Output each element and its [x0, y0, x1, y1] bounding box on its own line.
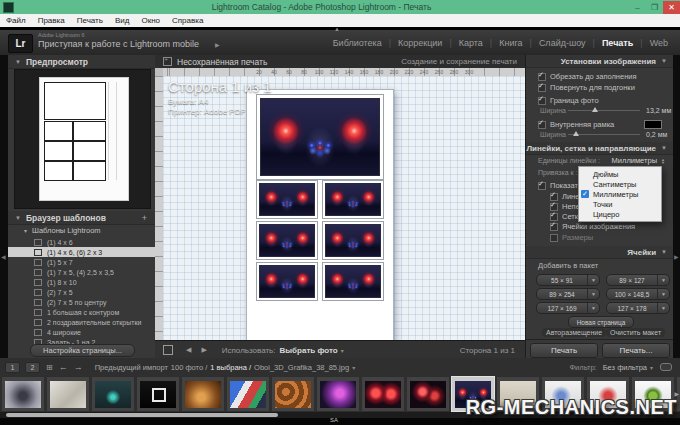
selected-filename[interactable]: Oboi_3D_Grafika_38_85.jpg — [254, 363, 349, 372]
chevron-down-icon[interactable]: ▼ — [657, 275, 669, 285]
add-template-button[interactable]: + — [142, 213, 147, 223]
new-page-button[interactable]: Новая страница — [568, 316, 634, 328]
filter-dropdown[interactable]: Без фильтра ▾ — [603, 363, 653, 372]
preview-section-header[interactable]: ▼ Предпросмотр — [8, 55, 155, 69]
cell-size-button[interactable]: 100 × 148,5▼ — [606, 288, 670, 300]
menu-edit[interactable]: Правка — [32, 16, 71, 25]
guides-dimensions-checkbox[interactable]: Размеры — [550, 233, 593, 242]
rulers-section-header[interactable]: Линейки, сетка и направляющие ▼ — [526, 142, 673, 155]
crop-to-fill-checkbox[interactable]: Обрезать до заполнения — [538, 72, 637, 81]
guides-toggle-icon[interactable] — [163, 345, 173, 355]
menu-print[interactable]: Печать — [71, 16, 109, 25]
main-window-button[interactable]: 1 — [5, 362, 20, 373]
menu-item-points[interactable]: Точки — [579, 199, 661, 209]
template-item[interactable]: 4 широкие — [8, 327, 155, 337]
cell-size-button[interactable]: 89 × 127▼ — [606, 274, 670, 286]
photo[interactable] — [325, 265, 381, 298]
photo-cell[interactable] — [256, 262, 318, 301]
checkbox-checked-icon[interactable] — [538, 73, 546, 81]
collapse-left-icon[interactable]: ◀ — [1, 253, 6, 260]
photo-cell-large[interactable] — [256, 94, 384, 180]
photo-cell[interactable] — [322, 221, 384, 260]
clear-layout-button[interactable]: Очистить макет — [606, 328, 665, 337]
template-item[interactable]: (2) 7 x 5 — [8, 287, 155, 297]
filmstrip-thumbnail[interactable] — [136, 376, 180, 412]
units-dropdown[interactable]: Миллиметры ▲▼ — [612, 156, 665, 165]
cell-size-button[interactable]: 89 × 254▼ — [536, 288, 600, 300]
module-print[interactable]: Печать — [586, 38, 634, 48]
minimize-button[interactable]: – — [629, 1, 646, 14]
cell-size-button[interactable]: 55 × 91▼ — [536, 274, 600, 286]
photo-border-checkbox[interactable]: Граница фото — [538, 96, 599, 105]
photo[interactable] — [325, 224, 381, 257]
template-folder[interactable]: ▾ Шаблоны Lightroom — [8, 226, 101, 235]
menu-window[interactable]: Окно — [135, 16, 166, 25]
back-arrow-icon[interactable]: ← — [59, 362, 68, 372]
template-item[interactable]: (1) 5 x 7 — [8, 257, 155, 267]
photo[interactable] — [259, 265, 315, 298]
previous-page-icon[interactable]: ◀ — [186, 346, 191, 354]
menu-item-centimeters[interactable]: Сантиметры — [579, 179, 661, 189]
stroke-color-swatch[interactable] — [644, 120, 662, 129]
cells-section-header[interactable]: Ячейки ▼ — [526, 246, 673, 259]
filmstrip-thumbnail[interactable] — [361, 376, 405, 412]
module-map[interactable]: Карта — [442, 38, 482, 48]
print-page[interactable] — [246, 89, 394, 340]
chevron-down-icon[interactable]: ▼ — [657, 289, 669, 299]
menu-view[interactable]: Вид — [109, 16, 135, 25]
slider-track[interactable] — [568, 134, 640, 135]
checkbox-checked-icon[interactable] — [550, 223, 558, 231]
slider-thumb[interactable] — [573, 131, 579, 136]
close-button[interactable]: ✕ — [663, 1, 680, 14]
template-item[interactable]: 2 поздравительные открытки — [8, 317, 155, 327]
guides-cells-checkbox[interactable]: Ячейки изображения — [550, 222, 635, 231]
image-settings-header[interactable]: Установки изображения ▼ — [526, 55, 673, 68]
filmstrip-thumbnail[interactable] — [271, 376, 315, 412]
filter-switch-icon[interactable] — [660, 363, 672, 371]
photo-border-width-slider[interactable]: Ширина 13,2 мм — [540, 107, 671, 114]
menu-help[interactable]: Справка — [166, 16, 209, 25]
next-page-icon[interactable]: ▶ — [201, 346, 206, 354]
collapse-right-icon[interactable]: ▶ — [674, 253, 679, 260]
module-web[interactable]: Web — [633, 38, 668, 48]
filmstrip-thumbnail[interactable] — [1, 376, 45, 412]
module-library[interactable]: Библиотека — [333, 38, 382, 48]
cell-size-button[interactable]: 127 × 169▼ — [536, 302, 600, 314]
chevron-down-icon[interactable]: ▾ — [352, 364, 355, 371]
template-browser-header[interactable]: ▼ Браузер шаблонов + — [8, 211, 155, 225]
right-panel-collapse-strip[interactable]: ▶ — [672, 55, 680, 358]
template-item[interactable]: (1) 7 x 5, (4) 2,5 x 3,5 — [8, 267, 155, 277]
module-book[interactable]: Книга — [483, 38, 523, 48]
photo-cell[interactable] — [256, 180, 318, 219]
menu-item-picas[interactable]: Цицеро — [579, 209, 661, 219]
checkbox-checked-icon[interactable] — [538, 121, 546, 129]
inner-stroke-width-slider[interactable]: Ширина 0,2 мм — [540, 131, 667, 138]
photo[interactable] — [325, 183, 381, 216]
photo-cell[interactable] — [322, 262, 384, 301]
slider-track[interactable] — [568, 110, 640, 111]
grid-view-icon[interactable]: ⊞ — [46, 363, 53, 372]
filmstrip-thumbnail[interactable] — [46, 376, 90, 412]
use-selector[interactable]: Выбрать фото — [280, 346, 338, 355]
filmstrip-thumbnail[interactable] — [181, 376, 225, 412]
filmstrip-thumbnail[interactable] — [316, 376, 360, 412]
checkbox-checked-icon[interactable] — [550, 213, 558, 221]
filmstrip-thumbnail[interactable] — [91, 376, 135, 412]
chevron-down-icon[interactable]: ▼ — [657, 303, 669, 313]
photo[interactable] — [259, 224, 315, 257]
template-item-selected[interactable]: (1) 4 x 6, (6) 2 x 3 — [8, 247, 155, 257]
left-panel-collapse-strip[interactable]: ◀ — [0, 55, 8, 358]
menu-file[interactable]: Файл — [0, 16, 32, 25]
checkbox-checked-icon[interactable] — [550, 193, 558, 201]
template-item[interactable]: (1) 4 x 6 — [8, 237, 155, 247]
module-slideshow[interactable]: Слайд-шоу — [523, 38, 586, 48]
page-setup-button[interactable]: Настройка страницы... — [30, 344, 135, 357]
checkbox-unchecked-icon[interactable] — [550, 234, 558, 242]
create-saved-print-button[interactable]: Создание и сохранение печати — [401, 57, 517, 66]
chevron-down-icon[interactable]: ▼ — [587, 275, 599, 285]
forward-arrow-icon[interactable]: → — [74, 362, 83, 372]
print-button[interactable]: Печать — [530, 343, 598, 358]
inner-stroke-checkbox[interactable]: Внутренняя рамка — [538, 120, 614, 129]
menu-item-millimeters[interactable]: ✓ Миллиметры — [579, 189, 661, 199]
checkbox-checked-icon[interactable] — [550, 203, 558, 211]
